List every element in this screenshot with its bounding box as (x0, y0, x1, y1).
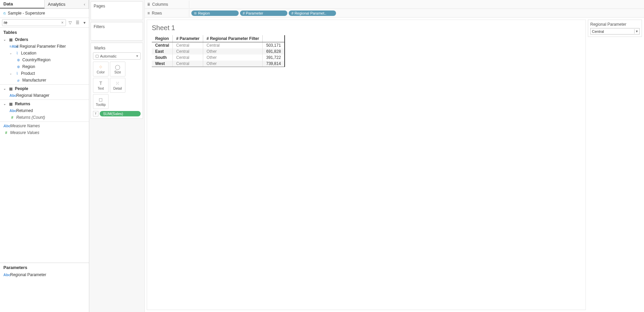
cell-value: 739,814 (263, 61, 285, 67)
parameter-control-title: Regional Parameter (590, 22, 640, 27)
parameters-header: Parameters (0, 263, 89, 271)
table-row[interactable]: South Central Other 391,722 (152, 54, 285, 61)
row-pill-parameter[interactable]: # Parameter (240, 10, 287, 16)
field-regional-param-filter[interactable]: =Abc # Regional Parameter Filter (0, 43, 89, 50)
col-header-filter[interactable]: # Regional Parameter Filter (203, 35, 263, 42)
row-pill-region[interactable]: ⊞Region (191, 10, 239, 16)
table-orders[interactable]: ⌄ ▦ Orders (0, 36, 89, 43)
row-pill-regional-param[interactable]: # Regional Paramet.. (289, 10, 336, 16)
marks-tooltip-button[interactable]: ◻Tooltip (93, 94, 109, 109)
calc-icon: =Abc (9, 44, 15, 48)
marks-detail-button[interactable]: ⁙Detail (110, 78, 125, 93)
folder-product[interactable]: ⌄ ⌇ Product (0, 70, 89, 77)
chevron-down-icon: ⌄ (9, 72, 13, 75)
hash-icon: # (9, 115, 15, 119)
chevron-down-icon: ▾ (634, 29, 638, 34)
tab-data[interactable]: Data (0, 0, 45, 8)
filters-shelf[interactable]: Filters (91, 22, 143, 41)
field-label: Regional Manager (16, 93, 49, 98)
abc-icon: Abc (3, 273, 9, 277)
pages-shelf[interactable]: Pages (91, 1, 143, 20)
field-label: Product (21, 71, 35, 76)
chevron-left-icon: ‹ (84, 2, 85, 7)
cell-region: East (152, 48, 173, 54)
dropdown-icon[interactable]: ▾ (82, 20, 87, 26)
field-manufacturer[interactable]: ⌀ Manufacturer (0, 77, 89, 84)
marks-text-button[interactable]: TText (93, 78, 109, 93)
table-row[interactable]: West Central Other 739,814 (152, 61, 285, 67)
field-label: Country/Region (22, 58, 50, 62)
filters-label: Filters (94, 24, 105, 29)
cell-region: West (152, 61, 173, 67)
table-icon: ▦ (8, 87, 14, 91)
rows-shelf[interactable]: ⊞Region # Parameter # Regional Paramet.. (189, 10, 644, 17)
marks-btn-label: Color (97, 70, 105, 74)
col-header-value[interactable] (263, 35, 285, 42)
field-returns-count[interactable]: # Returns (Count) (0, 114, 89, 121)
sheet-title[interactable]: Sheet 1 (152, 24, 581, 32)
clear-icon[interactable]: × (61, 20, 64, 25)
cell-filter: Other (203, 54, 263, 61)
divider (0, 99, 89, 100)
parameter-control-dropdown[interactable]: Central ▾ (590, 28, 640, 35)
filter-icon[interactable]: ▽ (67, 20, 73, 26)
chevron-down-icon: ⌄ (9, 51, 13, 55)
view-icon[interactable]: ☰ (74, 20, 81, 26)
table-row[interactable]: Central Central Central 503,171 (152, 42, 285, 49)
abc-icon: Abc (9, 93, 15, 97)
field-country-region[interactable]: ⊕ Country/Region (0, 57, 89, 63)
cell-parameter: Central (173, 48, 203, 54)
param-label: Regional Parameter (10, 272, 46, 277)
marks-btn-label: Text (98, 87, 104, 90)
table-returns[interactable]: ⌄ ▦ Returns (0, 101, 89, 107)
datasource-row[interactable]: ⎋ Sample - Superstore (0, 9, 89, 18)
abc-icon: Abc (9, 109, 15, 113)
marks-size-button[interactable]: ◯Size (110, 62, 125, 76)
cell-region: South (152, 54, 173, 61)
cell-parameter: Central (173, 61, 203, 67)
table-icon: ▦ (8, 102, 14, 106)
text-shelf-icon: T (93, 111, 98, 116)
param-regional-parameter[interactable]: Abc Regional Parameter (0, 271, 89, 278)
rows-icon: ≡ (147, 11, 150, 16)
tab-analytics[interactable]: Analytics‹ (45, 0, 89, 8)
table-row[interactable]: East Central Other 691,828 (152, 48, 285, 54)
field-regional-manager[interactable]: Abc Regional Manager (0, 92, 89, 99)
rows-shelf-label: ≡ Rows (145, 9, 189, 17)
fields-tree: ⌄ ▦ Orders =Abc # Regional Parameter Fil… (0, 36, 89, 263)
marks-btn-label: Tooltip (96, 103, 106, 107)
pill-label: # Parameter (243, 11, 263, 15)
col-header-parameter[interactable]: # Parameter (173, 35, 203, 42)
folder-location[interactable]: ⌄ ⌇ Location (0, 50, 89, 57)
plus-icon: ⊞ (194, 12, 197, 15)
search-input[interactable] (4, 20, 61, 25)
field-returned[interactable]: Abc Returned (0, 107, 89, 114)
automatic-icon: ▢ (95, 54, 99, 58)
divider (0, 84, 89, 85)
datasource-icon: ⎋ (3, 11, 6, 16)
rows-text: Rows (152, 11, 162, 16)
hierarchy-icon: ⌇ (14, 51, 20, 55)
columns-shelf[interactable] (189, 4, 644, 5)
field-measure-names[interactable]: Abc Measure Names (0, 122, 89, 129)
abc-icon: Abc (3, 124, 9, 128)
field-label: Returned (16, 108, 33, 113)
col-header-region[interactable]: Region (152, 35, 173, 42)
color-icon: ⁘ (99, 64, 103, 70)
field-region[interactable]: ⊕ Region (0, 63, 89, 70)
tab-analytics-label: Analytics (48, 2, 66, 7)
marks-color-button[interactable]: ⁘Color (93, 62, 109, 76)
parameter-value: Central (592, 29, 604, 34)
cell-filter: Central (203, 42, 263, 49)
marks-type-label: Automatic (100, 54, 117, 58)
marks-type-dropdown[interactable]: ▢ Automatic ▾ (93, 52, 141, 60)
field-measure-values[interactable]: # Measure Values (0, 129, 89, 136)
table-people[interactable]: ⌄ ▦ People (0, 85, 89, 92)
table-label: People (15, 86, 28, 91)
rows-shelf-row: ≡ Rows ⊞Region # Parameter # Regional Pa… (145, 9, 644, 18)
marks-pill-sum-sales[interactable]: SUM(Sales) (100, 111, 141, 116)
chevron-down-icon: ⌄ (3, 102, 7, 106)
size-icon: ◯ (115, 64, 120, 70)
cell-filter: Other (203, 48, 263, 54)
field-label: Returns (Count) (16, 115, 45, 120)
